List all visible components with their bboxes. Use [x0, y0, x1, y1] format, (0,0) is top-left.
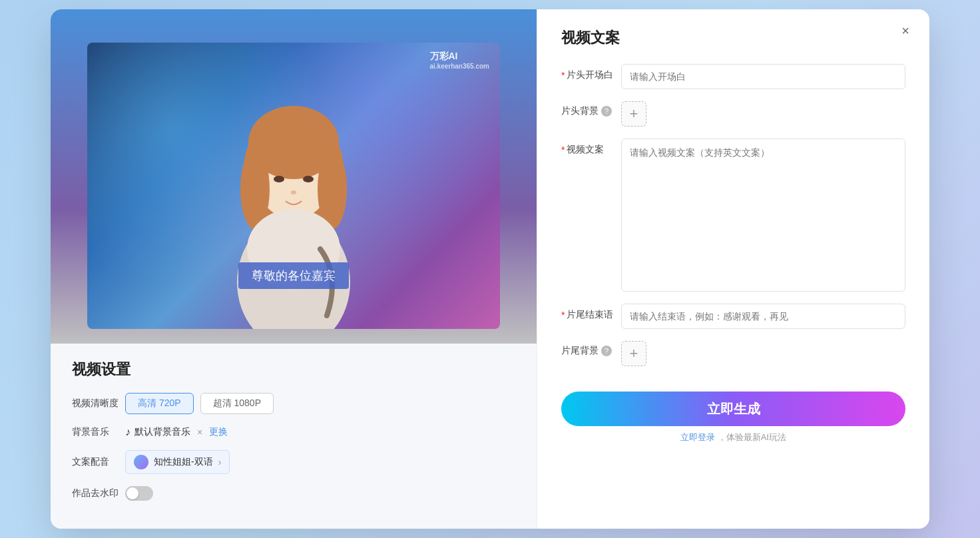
- quality-1080p-button[interactable]: 超清 1080P: [200, 393, 274, 414]
- voice-label: 文案配音: [72, 456, 125, 468]
- svg-point-7: [303, 176, 314, 182]
- required-star-copy: *: [561, 144, 565, 155]
- copy-textarea[interactable]: [621, 138, 905, 292]
- avatar-figure: [207, 89, 380, 329]
- subtitle-bar: 尊敬的各位嘉宾: [238, 262, 349, 289]
- quality-720p-button[interactable]: 高清 720P: [125, 393, 194, 414]
- video-preview-inner: 万彩AI ai.keerhan365.com: [87, 43, 500, 329]
- voice-row: 文案配音 知性姐姐-双语 ›: [72, 450, 515, 474]
- opening-row: * 片头开场白: [561, 64, 905, 89]
- voice-name: 知性姐姐-双语: [154, 456, 213, 468]
- ending-input[interactable]: [621, 304, 905, 329]
- head-bg-help-icon[interactable]: ?: [601, 106, 612, 117]
- svg-point-5: [318, 149, 347, 229]
- music-icon: ♪: [125, 426, 130, 438]
- toggle-knob: [126, 487, 138, 499]
- music-tag: ♪ 默认背景音乐 × 更换: [125, 426, 228, 438]
- tail-bg-add-button[interactable]: +: [621, 341, 646, 366]
- login-link[interactable]: 立即登录: [680, 432, 715, 442]
- required-star-opening: *: [561, 70, 565, 81]
- tail-bg-row: 片尾背景 ? +: [561, 341, 905, 366]
- music-row: 背景音乐 ♪ 默认背景音乐 × 更换: [72, 426, 515, 438]
- modal-overlay: × 万彩AI ai.keerhan365.com: [0, 0, 980, 538]
- music-name: 默认背景音乐: [134, 426, 190, 438]
- voice-avatar: [134, 455, 148, 469]
- resolution-row: 视频清晰度 高清 720P 超清 1080P: [72, 393, 515, 414]
- opening-label: * 片头开场白: [561, 64, 621, 81]
- head-bg-label: 片头背景 ?: [561, 101, 621, 117]
- chevron-right-icon: ›: [218, 457, 222, 467]
- voice-selector[interactable]: 知性姐姐-双语 ›: [125, 450, 230, 474]
- watermark-label: 作品去水印: [72, 487, 125, 499]
- head-bg-add-button[interactable]: +: [621, 101, 646, 127]
- resolution-label: 视频清晰度: [72, 398, 125, 409]
- svg-point-8: [291, 190, 296, 194]
- settings-title: 视频设置: [72, 360, 515, 380]
- music-label: 背景音乐: [72, 426, 125, 438]
- panel-title: 视频文案: [561, 28, 905, 48]
- avatar-svg: [207, 89, 380, 329]
- ending-label: * 片尾结束语: [561, 304, 621, 321]
- watermark-toggle[interactable]: [125, 486, 153, 501]
- copy-row: * 视频文案: [561, 138, 905, 292]
- music-replace-button[interactable]: 更换: [209, 426, 228, 438]
- tail-bg-help-icon[interactable]: ?: [601, 346, 612, 356]
- modal-container: × 万彩AI ai.keerhan365.com: [51, 9, 929, 529]
- required-star-ending: *: [561, 310, 565, 320]
- head-bg-row: 片头背景 ? +: [561, 101, 905, 127]
- svg-point-4: [240, 149, 270, 229]
- opening-input[interactable]: [621, 64, 905, 89]
- watermark-row: 作品去水印: [72, 486, 515, 501]
- login-hint: 立即登录 ，体验最新AI玩法: [561, 431, 905, 443]
- svg-point-6: [274, 176, 284, 182]
- video-preview: 万彩AI ai.keerhan365.com: [51, 9, 537, 344]
- settings-section: 视频设置 视频清晰度 高清 720P 超清 1080P 背景音乐 ♪ 默认背景音…: [51, 344, 537, 529]
- copy-label: * 视频文案: [561, 138, 621, 156]
- left-panel: 万彩AI ai.keerhan365.com: [51, 9, 537, 529]
- music-close-button[interactable]: ×: [197, 427, 202, 437]
- close-button[interactable]: ×: [895, 20, 916, 41]
- ending-row: * 片尾结束语: [561, 304, 905, 329]
- right-panel: 视频文案 * 片头开场白 片头背景 ? + *: [537, 9, 929, 529]
- watermark: 万彩AI ai.keerhan365.com: [430, 51, 490, 70]
- tail-bg-label: 片尾背景 ?: [561, 341, 621, 357]
- generate-button[interactable]: 立即生成: [561, 392, 905, 426]
